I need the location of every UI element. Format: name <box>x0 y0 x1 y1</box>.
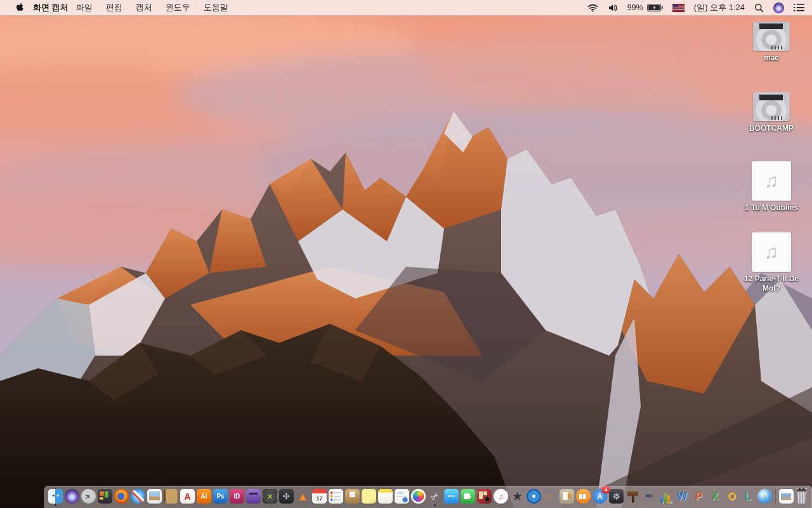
steering-wheel-icon: ☸ <box>609 489 624 504</box>
photoshop-icon: Ps <box>213 489 228 504</box>
safari-icon <box>131 489 145 504</box>
dock-photoshop[interactable]: Ps <box>213 489 228 505</box>
dock-image-document[interactable] <box>779 489 794 505</box>
screen-capture-icon: ✂ <box>428 489 442 504</box>
dock-numbers[interactable] <box>658 489 673 505</box>
dock-screen-capture[interactable]: ✂ <box>428 489 442 505</box>
menu-item-4[interactable]: 윈도우 <box>166 2 190 13</box>
siri-icon[interactable] <box>773 3 784 13</box>
volume-icon[interactable] <box>608 4 618 12</box>
dock-calendar[interactable]: 17 <box>312 489 327 505</box>
acrobat-reader-icon: A <box>180 489 195 504</box>
spotlight-icon[interactable] <box>754 3 764 13</box>
desktop-icons: macBOOTCAMP♫1 Tu M'Oublies♫12 Parle-T-Il… <box>733 22 809 293</box>
desktop-icon-label: BOOTCAMP <box>749 124 794 133</box>
excel-icon: X <box>708 489 723 504</box>
dock-launchpad[interactable]: ✈ <box>81 489 96 505</box>
dock-vlc[interactable]: ▲ <box>296 489 310 505</box>
dock-acrobat-reader[interactable]: A <box>180 489 195 505</box>
dock-messages[interactable]: ⋯ <box>444 489 459 505</box>
dock-garageband[interactable]: ♬ <box>543 489 558 505</box>
running-indicator <box>55 504 56 506</box>
finder-icon <box>48 489 63 504</box>
dock-outlook[interactable]: O <box>724 489 739 505</box>
dock-photos[interactable] <box>411 489 426 505</box>
garageband-icon: ♬ <box>543 489 558 504</box>
menu-item-3[interactable]: 캡처 <box>136 2 152 13</box>
dock-archive-utility[interactable] <box>345 489 360 505</box>
mission-control-icon <box>98 489 112 504</box>
numbers-icon <box>658 489 673 504</box>
desktop-icon-audio-file-12[interactable]: ♫12 Parle-T-Il De Moi? <box>733 232 809 293</box>
battery-charging-icon[interactable] <box>647 4 663 11</box>
dock-finder[interactable] <box>48 489 63 505</box>
dock-keynote[interactable] <box>625 489 640 505</box>
dock-ibooks[interactable] <box>576 489 591 505</box>
menu-item-2[interactable]: 편집 <box>106 2 122 13</box>
apple-menu[interactable] <box>10 2 29 13</box>
wifi-icon[interactable] <box>587 3 598 12</box>
trash-icon <box>796 488 808 504</box>
archive-utility-icon <box>345 489 360 504</box>
menu-clock[interactable]: (일) 오후 1:24 <box>694 2 745 13</box>
dock-itunes[interactable]: ♫ <box>494 489 508 505</box>
menu-bar: 화면 캡처 파일편집캡처윈도우도움말 99% <box>0 0 812 16</box>
dock-toast-titanium[interactable] <box>246 489 261 505</box>
dock-dvd-player[interactable] <box>527 489 541 505</box>
menu-item-1[interactable]: 파일 <box>76 2 93 13</box>
dock-safari[interactable] <box>131 489 145 505</box>
illustrator-icon: Ai <box>197 489 211 504</box>
menu-list: 파일편집캡처윈도우도움말 <box>76 2 242 13</box>
app-store-icon: A4 <box>593 489 607 504</box>
notes-icon <box>378 489 393 504</box>
dock-xbmc[interactable]: ✕ <box>263 489 277 505</box>
menu-item-5[interactable]: 도움말 <box>204 2 228 13</box>
desktop-icon-label: 1 Tu M'Oublies <box>745 203 798 212</box>
pages-icon: ✒ <box>642 489 657 504</box>
desktop: 화면 캡처 파일편집캡처윈도우도움말 99% <box>0 0 812 508</box>
desktop-icon-drive-mac[interactable]: mac <box>733 22 809 62</box>
dock-scrapbook[interactable] <box>560 489 574 505</box>
dock-siri[interactable] <box>65 489 79 505</box>
wallpaper-image <box>0 0 812 508</box>
dock-word[interactable]: W <box>675 489 690 505</box>
dock-steering-wheel[interactable]: ☸ <box>609 489 624 505</box>
imovie-icon: ★ <box>510 489 525 504</box>
dock-facetime[interactable]: ▸ <box>461 489 475 505</box>
desktop-icon-label: mac <box>764 53 779 62</box>
fan-control-icon: ✣ <box>279 489 294 504</box>
dock-powerpoint[interactable]: P <box>691 489 706 505</box>
dock-app-store[interactable]: A4 <box>593 489 607 505</box>
dock-excel[interactable]: X <box>708 489 723 505</box>
dock-mission-control[interactable] <box>98 489 112 505</box>
audio-file-icon: ♫ <box>752 232 791 272</box>
dock-ms-autoupdate[interactable]: ↓ <box>757 489 772 505</box>
dock-preview[interactable] <box>147 489 162 505</box>
launchpad-icon: ✈ <box>81 489 96 504</box>
dock-journal-book[interactable] <box>164 489 178 505</box>
dock-pages[interactable]: ✒ <box>642 489 657 505</box>
dock-notes[interactable] <box>378 489 393 505</box>
dock-illustrator[interactable]: Ai <box>197 489 211 505</box>
music-note-icon: ♫ <box>764 170 779 192</box>
dock-stickies[interactable] <box>362 489 376 505</box>
dock-imovie[interactable]: ★ <box>510 489 525 505</box>
hard-drive-icon <box>753 92 790 121</box>
dock-firefox[interactable] <box>114 489 129 505</box>
desktop-icon-audio-file-1[interactable]: ♫1 Tu M'Oublies <box>733 161 809 212</box>
firefox-icon <box>114 489 129 504</box>
dock-fan-control[interactable]: ✣ <box>279 489 294 505</box>
dock-trash[interactable] <box>796 488 808 505</box>
notification-center-icon[interactable] <box>794 4 804 11</box>
dock-reminders[interactable] <box>329 489 343 505</box>
dock-document-stamp[interactable] <box>395 489 409 505</box>
active-app-menu[interactable]: 화면 캡처 <box>33 2 69 13</box>
reminders-icon <box>329 489 343 504</box>
document-stamp-icon <box>395 489 409 504</box>
dock-photo-booth[interactable] <box>477 489 492 505</box>
indesign-icon: ID <box>230 489 244 504</box>
dock-lync[interactable]: L <box>741 489 756 505</box>
input-source-us-flag-icon[interactable] <box>672 4 684 12</box>
desktop-icon-drive-bootcamp[interactable]: BOOTCAMP <box>733 92 809 133</box>
dock-indesign[interactable]: ID <box>230 489 244 505</box>
